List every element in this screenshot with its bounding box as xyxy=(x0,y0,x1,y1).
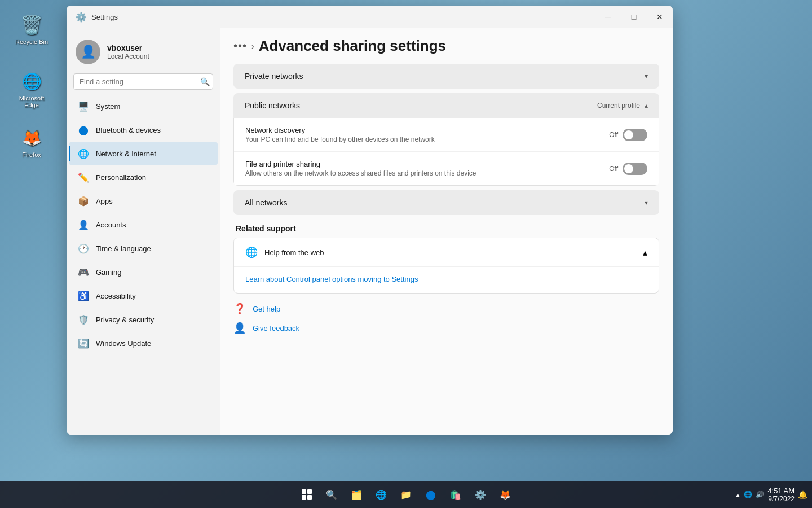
settings-body: 👤 vboxuser Local Account 🔍 🖥️ System xyxy=(67,28,673,435)
sidebar-label-accessibility: Accessibility xyxy=(96,292,209,300)
microsoft-edge-icon[interactable]: 🌐 Microsoft Edge xyxy=(11,68,52,111)
network-tray-icon[interactable]: 🌐 xyxy=(744,491,752,498)
sidebar-item-system[interactable]: 🖥️ System xyxy=(69,95,218,117)
taskbar-store-button[interactable]: 🛍️ xyxy=(444,483,467,506)
taskbar-firefox-button[interactable]: 🦊 xyxy=(494,483,517,506)
public-chevron-icon: ▴ xyxy=(645,102,648,110)
file-printer-desc: Allow others on the network to access sh… xyxy=(245,169,609,177)
public-networks-body: Network discovery Your PC can find and b… xyxy=(233,118,659,186)
related-support-title: Related support xyxy=(233,224,659,233)
clock-time: 4:51 AM xyxy=(767,487,795,495)
gaming-icon: 🎮 xyxy=(78,266,89,278)
sidebar-item-update[interactable]: 🔄 Windows Update xyxy=(69,332,218,354)
search-box: 🔍 xyxy=(73,73,213,90)
clock-date: 9/7/2022 xyxy=(767,495,795,503)
help-from-web-body: Learn about Control panel options moving… xyxy=(234,266,659,293)
taskbar: 🔍 🗂️ 🌐 📁 ⬤ 🛍️ ⚙️ 🦊 ▲ 🌐 🔊 4:51 AM 9/7/202… xyxy=(0,481,812,508)
volume-tray-icon[interactable]: 🔊 xyxy=(756,491,764,498)
private-networks-section: Private networks ▾ xyxy=(233,64,659,89)
sidebar-label-gaming: Gaming xyxy=(96,268,209,277)
network-discovery-title: Network discovery xyxy=(245,126,609,134)
private-networks-label: Private networks xyxy=(245,72,303,81)
help-from-web-section: 🌐 Help from the web ▴ Learn about Contro… xyxy=(233,238,659,294)
search-icon[interactable]: 🔍 xyxy=(200,77,210,86)
sidebar-item-apps[interactable]: 📦 Apps xyxy=(69,190,218,212)
file-printer-toggle[interactable] xyxy=(623,163,647,175)
recycle-bin-label: Recycle Bin xyxy=(15,38,48,45)
time-icon: 🕐 xyxy=(78,243,89,254)
content-header: ••• › Advanced sharing settings xyxy=(220,28,673,64)
sidebar-item-time[interactable]: 🕐 Time & language xyxy=(69,237,218,260)
sidebar-item-personalization[interactable]: ✏️ Personalization xyxy=(69,166,218,189)
current-profile-badge: Current profile xyxy=(597,102,640,110)
give-feedback-label: Give feedback xyxy=(253,324,299,332)
help-from-web-header[interactable]: 🌐 Help from the web ▴ xyxy=(234,238,659,266)
control-panel-link[interactable]: Learn about Control panel options moving… xyxy=(245,275,418,283)
give-feedback-icon: 👤 xyxy=(233,322,246,334)
account-type: Local Account xyxy=(107,52,149,60)
notification-icon[interactable]: 🔔 xyxy=(798,490,807,499)
edge-label: Microsoft Edge xyxy=(14,95,50,108)
public-networks-label: Public networks xyxy=(245,101,300,110)
accessibility-icon: ♿ xyxy=(78,290,89,301)
sidebar-item-accessibility[interactable]: ♿ Accessibility xyxy=(69,284,218,307)
file-printer-title: File and printer sharing xyxy=(245,160,609,168)
sidebar-label-accounts: Accounts xyxy=(96,221,209,229)
network-discovery-toggle-label: Off xyxy=(609,131,618,139)
get-help-link[interactable]: ❓ Get help xyxy=(233,303,659,315)
recycle-bin-icon[interactable]: 🗑️ Recycle Bin xyxy=(11,11,52,47)
help-globe-icon: 🌐 xyxy=(245,246,258,259)
task-view-button[interactable]: 🗂️ xyxy=(345,483,368,506)
taskbar-edge2-button[interactable]: ⬤ xyxy=(420,483,442,506)
private-chevron-icon: ▾ xyxy=(645,72,648,80)
maximize-button[interactable]: □ xyxy=(621,6,647,28)
main-content: ••• › Advanced sharing settings Private … xyxy=(220,28,673,435)
user-name: vboxuser xyxy=(107,43,149,52)
all-networks-section: All networks ▾ xyxy=(233,190,659,215)
system-clock[interactable]: 4:51 AM 9/7/2022 xyxy=(767,487,795,503)
taskbar-settings-button[interactable]: ⚙️ xyxy=(469,483,492,506)
help-from-web-label: Help from the web xyxy=(264,248,324,257)
get-help-label: Get help xyxy=(253,305,280,313)
desktop: 🗑️ Recycle Bin 🌐 Microsoft Edge 🦊 Firefo… xyxy=(0,0,812,508)
all-networks-header[interactable]: All networks ▾ xyxy=(233,190,659,215)
related-support: Related support 🌐 Help from the web ▴ Le… xyxy=(233,224,659,294)
sidebar-item-bluetooth[interactable]: ⬤ Bluetooth & devices xyxy=(69,119,218,141)
start-button[interactable] xyxy=(295,483,318,506)
file-printer-toggle-label: Off xyxy=(609,165,618,173)
sidebar-label-network: Network & internet xyxy=(96,150,209,158)
firefox-icon[interactable]: 🦊 Firefox xyxy=(11,124,52,160)
search-taskbar-button[interactable]: 🔍 xyxy=(320,483,343,506)
close-button[interactable]: ✕ xyxy=(647,6,673,28)
sidebar: 👤 vboxuser Local Account 🔍 🖥️ System xyxy=(67,28,220,435)
sidebar-item-network[interactable]: 🌐 Network & internet xyxy=(69,142,218,165)
give-feedback-link[interactable]: 👤 Give feedback xyxy=(233,322,659,334)
sidebar-item-accounts[interactable]: 👤 Accounts xyxy=(69,213,218,236)
apps-icon: 📦 xyxy=(78,195,89,207)
breadcrumb-dots[interactable]: ••• xyxy=(233,40,247,52)
privacy-icon: 🛡️ xyxy=(78,314,89,325)
private-networks-header[interactable]: Private networks ▾ xyxy=(233,64,659,89)
sidebar-item-privacy[interactable]: 🛡️ Privacy & security xyxy=(69,308,218,331)
title-bar: ⚙️ Settings ─ □ ✕ xyxy=(67,6,673,28)
taskbar-edge-button[interactable]: 🌐 xyxy=(370,483,392,506)
accounts-icon: 👤 xyxy=(78,219,89,230)
sidebar-item-gaming[interactable]: 🎮 Gaming xyxy=(69,261,218,283)
user-profile[interactable]: 👤 vboxuser Local Account xyxy=(67,33,220,73)
firefox-label: Firefox xyxy=(22,151,41,158)
tray-expand-icon[interactable]: ▲ xyxy=(735,492,740,498)
breadcrumb-arrow: › xyxy=(251,42,254,51)
sidebar-label-bluetooth: Bluetooth & devices xyxy=(96,126,209,134)
sidebar-label-privacy: Privacy & security xyxy=(96,316,209,324)
sidebar-label-system: System xyxy=(96,102,209,111)
public-networks-header[interactable]: Public networks Current profile ▴ xyxy=(233,93,659,118)
sidebar-label-update: Windows Update xyxy=(96,339,209,348)
sidebar-label-apps: Apps xyxy=(96,197,209,205)
search-input[interactable] xyxy=(73,73,213,90)
minimize-button[interactable]: ─ xyxy=(595,6,621,28)
bottom-links: ❓ Get help 👤 Give feedback xyxy=(233,303,659,334)
network-discovery-toggle[interactable] xyxy=(623,129,647,141)
settings-icon: ⚙️ xyxy=(76,12,87,23)
taskbar-explorer-button[interactable]: 📁 xyxy=(395,483,417,506)
get-help-icon: ❓ xyxy=(233,303,246,315)
